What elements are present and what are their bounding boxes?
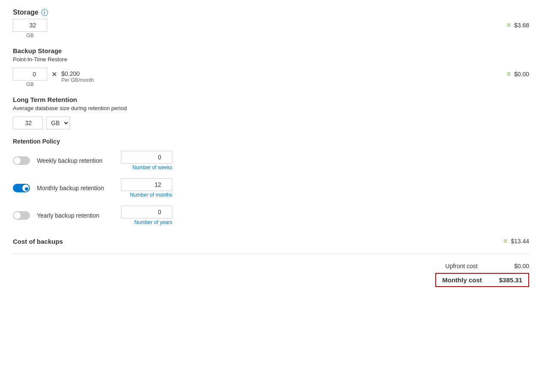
backup-gb-input[interactable] (13, 68, 47, 81)
storage-input-group: GB (13, 19, 47, 39)
yearly-sublabel: Number of years (134, 219, 172, 225)
db-unit-select[interactable]: GB TB (46, 117, 70, 129)
ltr-title: Long Term Retention (13, 96, 529, 103)
monthly-cost-value: $385.31 (499, 276, 522, 284)
monthly-toggle-dot (22, 185, 29, 192)
backup-rate: $0.200 (61, 70, 94, 77)
weekly-toggle-dot (14, 157, 21, 164)
weekly-retention-row: Weekly backup retention Number of weeks (13, 151, 529, 171)
pitr-subtitle: Point-In-Time Restore (13, 56, 529, 63)
storage-row: GB ≡ $3.68 (13, 19, 529, 39)
yearly-toggle-dot (14, 212, 21, 219)
storage-left: GB (13, 19, 47, 39)
storage-info-icon[interactable]: i (41, 9, 48, 16)
weekly-toggle[interactable] (13, 156, 30, 165)
yearly-input-group: Number of years (121, 206, 172, 225)
cost-of-backups-row: Cost of backups ≡ $13.44 (13, 233, 529, 245)
weekly-input-group: Number of weeks (121, 151, 172, 171)
cost-of-backups-value-group: ≡ $13.44 (503, 237, 529, 245)
upfront-cost-row: Upfront cost $0.00 (446, 263, 529, 269)
weekly-sublabel: Number of weeks (132, 165, 172, 171)
monthly-cost-label: Monthly cost (442, 276, 482, 284)
db-size-input[interactable] (13, 117, 43, 129)
monthly-input-group: Number of months (121, 178, 172, 198)
storage-title-text: Storage (13, 9, 39, 16)
upfront-label: Upfront cost (446, 263, 478, 269)
backup-left: GB ✕ $0.200 Per GB/month (13, 68, 94, 87)
db-size-row: GB TB (13, 117, 529, 129)
backup-unit-label: GB (26, 81, 33, 87)
monthly-input[interactable] (121, 178, 172, 191)
storage-section: Storage i GB ≡ $3.68 (13, 9, 529, 39)
cost-of-backups-label: Cost of backups (13, 238, 63, 245)
monthly-sublabel: Number of months (130, 192, 172, 198)
avg-db-size-label: Average database size during retention p… (13, 105, 529, 111)
backup-price-display: ≡ $0.00 (507, 70, 529, 78)
weekly-label: Weekly backup retention (37, 157, 114, 164)
monthly-toggle[interactable] (13, 184, 30, 192)
monthly-dot-accent (25, 187, 28, 191)
footer-costs: Upfront cost $0.00 Monthly cost $385.31 (13, 263, 529, 287)
yearly-retention-row: Yearly backup retention Number of years (13, 206, 529, 225)
retention-policy-section: Retention Policy Weekly backup retention… (13, 138, 529, 225)
storage-price-display: ≡ $3.68 (507, 21, 529, 29)
yearly-toggle[interactable] (13, 211, 30, 220)
backup-storage-title: Backup Storage (13, 47, 529, 54)
backup-storage-section: Backup Storage Point-In-Time Restore GB … (13, 47, 529, 87)
backup-equals-icon: ≡ (507, 70, 511, 78)
storage-title: Storage i (13, 9, 529, 16)
upfront-value: $0.00 (495, 263, 529, 269)
weekly-input[interactable] (121, 151, 172, 164)
footer-divider (13, 254, 529, 254)
monthly-retention-row: Monthly backup retention Number of month… (13, 178, 529, 198)
monthly-cost-row: Monthly cost $385.31 (435, 273, 529, 287)
backup-rate-group: $0.200 Per GB/month (61, 70, 94, 83)
backup-price: $0.00 (514, 71, 529, 78)
storage-unit-label: GB (26, 33, 33, 39)
backup-rate-label: Per GB/month (61, 77, 94, 83)
multiply-sign: ✕ (51, 70, 57, 78)
backups-equals-icon: ≡ (503, 237, 507, 245)
cost-of-backups-price: $13.44 (511, 238, 529, 245)
monthly-label: Monthly backup retention (37, 185, 114, 192)
backup-storage-row: GB ✕ $0.200 Per GB/month ≡ $0.00 (13, 68, 529, 87)
yearly-input[interactable] (121, 206, 172, 218)
storage-equals-icon: ≡ (507, 21, 511, 29)
storage-input[interactable] (13, 19, 47, 32)
storage-price: $3.68 (514, 22, 529, 29)
retention-policy-title: Retention Policy (13, 138, 529, 145)
backup-input-group: GB (13, 68, 47, 87)
yearly-label: Yearly backup retention (37, 212, 114, 219)
ltr-section: Long Term Retention Average database siz… (13, 96, 529, 129)
